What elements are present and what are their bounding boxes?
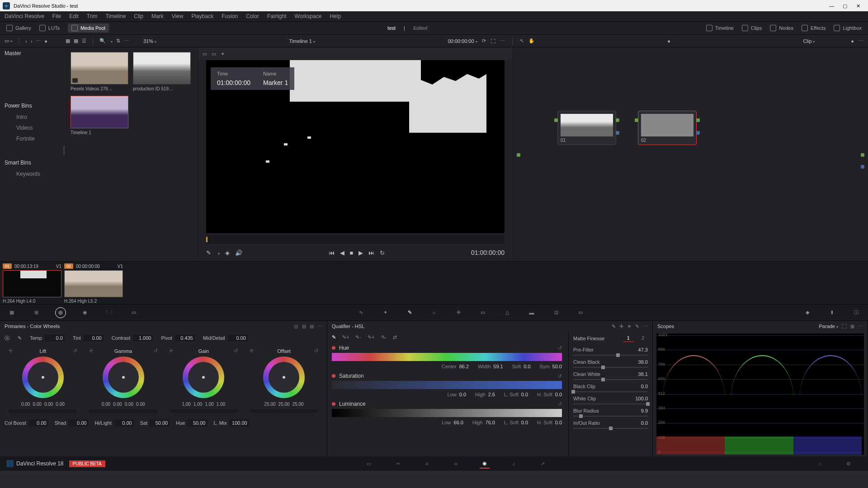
primaries-mode-2-icon[interactable]: ⊟ — [302, 324, 306, 329]
bsm-icon[interactable]: △ — [502, 307, 513, 318]
hilight-input[interactable] — [114, 419, 134, 427]
mf-value[interactable]: 38.0 — [638, 359, 648, 365]
zoom-dropdown[interactable]: 31% — [143, 38, 156, 44]
next-clip-icon[interactable]: ⏭ — [368, 249, 374, 256]
viewer-mode-1-icon[interactable]: ▭ — [203, 51, 207, 57]
mf-slider[interactable] — [573, 391, 648, 392]
page-media-icon[interactable]: ▭ — [364, 459, 374, 469]
picker-sub-icon[interactable]: ✎- — [355, 334, 361, 340]
mf-value[interactable]: 47.3 — [638, 347, 648, 352]
search-dropdown[interactable] — [109, 38, 113, 44]
prev-clip-icon[interactable]: ⏮ — [329, 249, 335, 256]
gallery-button[interactable]: Gallery — [6, 25, 31, 31]
magic-mask-icon[interactable]: ▭ — [477, 307, 488, 318]
nodes-button[interactable]: Nodes — [770, 25, 793, 31]
mf-tab-1[interactable]: 1 — [623, 334, 633, 342]
power-bins-header[interactable]: Power Bins — [0, 100, 66, 112]
bin-keywords[interactable]: Keywords — [0, 169, 66, 179]
scopes-mode-dropdown[interactable]: Parade — [819, 324, 838, 329]
lum-bar[interactable] — [332, 409, 562, 417]
mf-value[interactable]: 0.0 — [641, 384, 648, 389]
view-list-icon[interactable]: ☰ — [82, 38, 86, 44]
picker-soft-add-icon[interactable]: ✎+ — [368, 334, 374, 340]
sort-icon[interactable]: ⇅ — [116, 38, 120, 44]
color-checker-icon[interactable]: ⊞ — [31, 307, 42, 318]
page-deliver-icon[interactable]: ↗ — [538, 459, 547, 469]
menu-workspace[interactable]: Workspace — [295, 13, 322, 19]
dot2-icon[interactable]: ● — [851, 38, 854, 44]
gamma-reset-icon[interactable]: ↺ — [154, 348, 158, 354]
luts-button[interactable]: LUTs — [39, 25, 60, 31]
clip-dropdown[interactable]: Clip — [803, 38, 815, 44]
timeline-button[interactable]: Timeline — [706, 25, 734, 31]
menu-timeline[interactable]: Timeline — [105, 13, 126, 19]
maximize-button[interactable]: ▢ — [843, 3, 848, 9]
clip-thumb[interactable]: 0100:00:13:19V1 H.264 High L4.0 — [3, 263, 61, 302]
offset-wheel[interactable]: ✢Offset↺ 25.0025.0025.00 — [246, 348, 322, 413]
auto-balance-icon[interactable]: Ⓐ — [5, 335, 9, 342]
graph-output-port[interactable] — [861, 153, 864, 157]
keyframe-icon[interactable]: ◆ — [802, 307, 813, 318]
menu-edit[interactable]: Edit — [69, 13, 79, 19]
more-3-icon[interactable]: ⋯ — [500, 38, 505, 44]
scopes-layout-icon[interactable]: ⊞ — [850, 324, 854, 329]
timeline-dropdown[interactable]: Timeline 1 — [289, 38, 315, 44]
more-icon[interactable]: ⋯ — [36, 38, 41, 44]
gain-wheel[interactable]: ✢Gain↺ 1.001.001.001.00 — [165, 348, 241, 413]
invert-icon[interactable]: ⇄ — [393, 334, 397, 340]
scopes-more-icon[interactable]: ⋯ — [858, 324, 863, 329]
page-color-icon[interactable]: ◉ — [480, 459, 490, 469]
window-icon[interactable]: ○ — [429, 307, 439, 318]
page-cut-icon[interactable]: ✂ — [393, 459, 403, 469]
unmix-icon[interactable]: ◈ — [225, 249, 230, 256]
bin-fortnite[interactable]: Fortnite — [0, 133, 66, 144]
loop-icon[interactable]: ↻ — [380, 249, 385, 256]
qual-3d-icon[interactable]: ✎ — [635, 324, 639, 329]
motion-effects-icon[interactable]: ▭ — [128, 307, 139, 318]
clips-button[interactable]: Clips — [742, 25, 762, 31]
primaries-more-icon[interactable]: ⋯ — [317, 324, 322, 329]
expand-icon[interactable]: ⛶ — [491, 38, 495, 44]
lift-reset-icon[interactable]: ↺ — [73, 348, 77, 354]
lum-reset-icon[interactable]: ↺ — [558, 401, 562, 407]
graph-input-port[interactable] — [517, 153, 520, 157]
hue-reset-icon[interactable]: ↺ — [558, 345, 562, 351]
primaries-mode-3-icon[interactable]: ⊟ — [310, 324, 314, 329]
master-bin[interactable]: Master — [0, 47, 66, 59]
primaries-mode-1-icon[interactable]: ◎ — [294, 324, 298, 329]
mid-input[interactable] — [228, 334, 248, 342]
curves-icon[interactable]: ∿ — [355, 307, 366, 318]
lift-y-slider[interactable] — [9, 409, 77, 413]
node-02[interactable]: 02 — [638, 111, 697, 145]
menu-app[interactable]: DaVinci Resolve — [5, 13, 44, 19]
colboost-input[interactable] — [28, 419, 48, 427]
pivot-input[interactable] — [175, 334, 195, 342]
menu-fairlight[interactable]: Fairlight — [267, 13, 287, 19]
timecode-display[interactable]: 00:00:00:00 — [448, 38, 477, 44]
search-icon[interactable]: 🔍 — [99, 38, 106, 44]
node-01[interactable]: 01 — [557, 111, 616, 145]
step-back-icon[interactable]: ◀ — [340, 249, 344, 256]
gamma-y-slider[interactable] — [89, 409, 157, 413]
mf-slider[interactable] — [573, 355, 648, 356]
mute-icon[interactable]: 🔊 — [235, 249, 242, 256]
hue-bar[interactable] — [332, 353, 562, 361]
menu-view[interactable]: View — [172, 13, 184, 19]
mf-slider[interactable] — [573, 404, 648, 404]
scopes-expand-icon[interactable]: ⛶ — [842, 324, 847, 329]
page-fairlight-icon[interactable]: ♪ — [509, 459, 519, 469]
menu-color[interactable]: Color — [246, 13, 259, 19]
mf-slider[interactable] — [573, 379, 648, 380]
sat-input[interactable] — [150, 419, 170, 427]
play-icon[interactable]: ▶ — [359, 249, 363, 256]
mf-value[interactable]: 38.1 — [638, 371, 648, 377]
gain-reset-icon[interactable]: ↺ — [234, 348, 238, 354]
menu-mark[interactable]: Mark — [151, 13, 164, 19]
menu-file[interactable]: File — [52, 13, 61, 19]
lmix-input[interactable] — [229, 419, 249, 427]
tint-input[interactable] — [84, 334, 104, 342]
mf-value[interactable]: 100.0 — [635, 396, 648, 401]
camera-raw-icon[interactable]: ▦ — [6, 307, 17, 318]
mf-value[interactable]: 9.9 — [641, 408, 648, 413]
contrast-input[interactable] — [133, 334, 153, 342]
